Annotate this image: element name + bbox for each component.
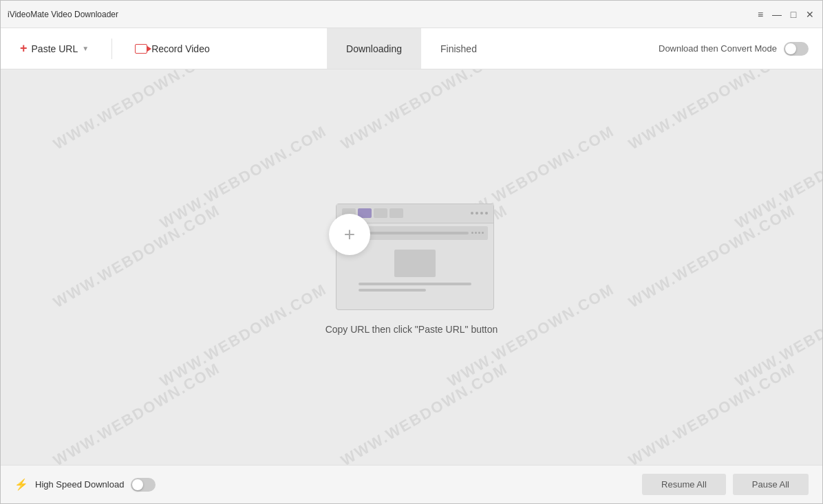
browser-addressbar-url xyxy=(353,232,469,234)
menu-button[interactable]: ≡ xyxy=(755,9,766,20)
browser-dots xyxy=(471,212,488,215)
browser-icon-3 xyxy=(478,232,480,234)
close-button[interactable]: ✕ xyxy=(804,9,815,20)
tab-finished[interactable]: Finished xyxy=(421,28,496,69)
bottom-bar: ⚡ High Speed Download Resume All Pause A… xyxy=(1,465,822,503)
browser-dot-3 xyxy=(480,212,483,215)
browser-icon-4 xyxy=(482,232,484,234)
window-controls: ≡ — □ ✕ xyxy=(755,9,815,20)
plus-circle-icon: + xyxy=(344,225,355,244)
toolbar-separator xyxy=(111,39,112,59)
browser-thumbnail xyxy=(394,250,436,277)
maximize-button[interactable]: □ xyxy=(788,9,799,20)
toolbar-right: Download then Convert Mode xyxy=(659,42,809,56)
browser-icon-2 xyxy=(475,232,477,234)
pause-all-button[interactable]: Pause All xyxy=(733,474,809,495)
record-video-button[interactable]: Record Video xyxy=(129,39,215,58)
high-speed-toggle[interactable] xyxy=(131,478,156,492)
browser-content-lines xyxy=(359,283,471,292)
resume-all-button[interactable]: Resume All xyxy=(642,474,726,495)
high-speed-toggle-knob xyxy=(132,479,143,490)
paste-url-button[interactable]: + Paste URL ▼ xyxy=(14,37,94,60)
toggle-knob xyxy=(785,43,796,54)
tab-downloading[interactable]: Downloading xyxy=(327,28,421,69)
browser-dot-1 xyxy=(471,212,473,215)
convert-mode-label: Download then Convert Mode xyxy=(659,43,777,54)
convert-mode-toggle[interactable] xyxy=(784,42,809,56)
tabs-container: Downloading Finished xyxy=(327,28,496,69)
bottom-left: ⚡ High Speed Download xyxy=(14,478,156,492)
empty-state: + xyxy=(325,200,498,335)
bottom-right: Resume All Pause All xyxy=(642,474,809,495)
app-title: iVideoMate Video Downloader xyxy=(8,10,118,19)
lightning-icon: ⚡ xyxy=(14,478,28,491)
record-video-label: Record Video xyxy=(151,43,210,54)
tab-finished-label: Finished xyxy=(440,43,477,54)
add-url-circle: + xyxy=(329,214,370,255)
app-window: iVideoMate Video Downloader ≡ — □ ✕ + Pa… xyxy=(0,0,823,504)
toolbar-left: + Paste URL ▼ Record Video xyxy=(14,37,215,60)
minimize-button[interactable]: — xyxy=(771,9,782,20)
browser-icon-1 xyxy=(471,232,473,234)
plus-icon: + xyxy=(20,41,28,56)
dropdown-arrow-icon: ▼ xyxy=(82,45,89,52)
titlebar: iVideoMate Video Downloader ≡ — □ ✕ xyxy=(1,1,822,28)
toolbar: + Paste URL ▼ Record Video Downloading F… xyxy=(1,28,822,69)
browser-tab-3 xyxy=(374,208,387,218)
browser-addressbar-icons xyxy=(471,232,484,234)
tab-downloading-label: Downloading xyxy=(346,43,402,54)
high-speed-label: High Speed Download xyxy=(35,479,124,490)
browser-illustration: + xyxy=(329,200,494,310)
empty-state-instruction: Copy URL then click "Paste URL" button xyxy=(325,324,498,335)
browser-tab-4 xyxy=(389,208,403,218)
paste-url-label: Paste URL xyxy=(32,43,78,54)
main-content: WWW.WEBDOWN.COMWWW.WEBDOWN.COMWWW.WEBDOW… xyxy=(1,69,822,465)
browser-dot-2 xyxy=(475,212,478,215)
browser-line-1 xyxy=(359,283,471,285)
record-icon xyxy=(135,44,147,54)
browser-dot-4 xyxy=(485,212,488,215)
browser-line-2 xyxy=(359,289,426,292)
